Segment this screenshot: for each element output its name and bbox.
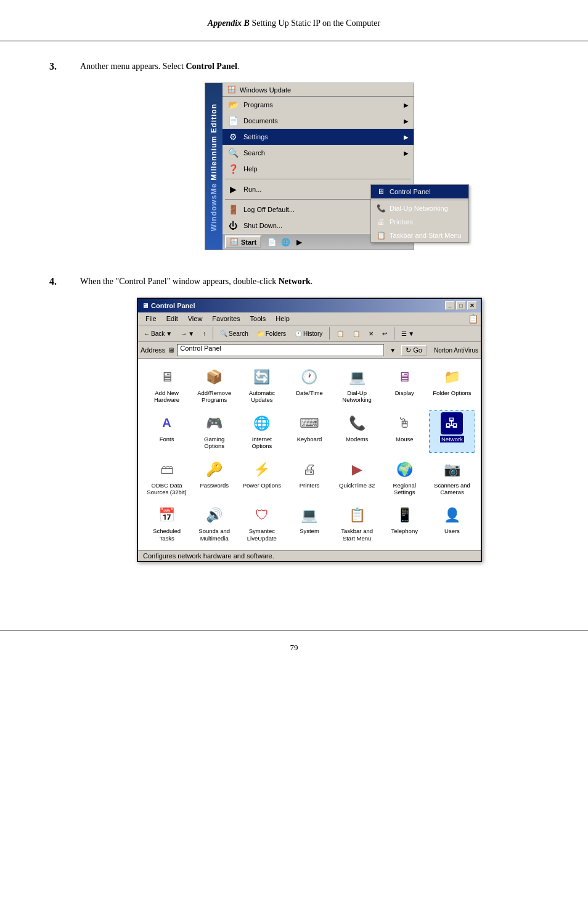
forward-button[interactable]: → ▼ — [178, 328, 197, 339]
menu-item-programs[interactable]: 📂 Programs ▶ — [223, 97, 414, 113]
taskbar-sm-cp-icon: 📋 — [347, 505, 367, 525]
taskbar-icons: 📄 🌐 ▶ — [266, 237, 304, 248]
cp-item-addremove[interactable]: 📦 Add/RemovePrograms — [192, 365, 237, 406]
cp-item-users[interactable]: 👤 Users — [430, 503, 475, 544]
step-4-number: 4. — [49, 275, 68, 287]
appendix-label: Appendix B — [208, 18, 250, 28]
control-panel-item[interactable]: 🖥 Control Panel — [371, 185, 468, 198]
start-menu-main: 🪟 Windows Update 📂 Programs ▶ 📄 — [223, 83, 414, 250]
menu-item-documents[interactable]: 📄 Documents ▶ — [223, 113, 414, 129]
cp-item-sounds[interactable]: 🔊 Sounds andMultimedia — [192, 503, 237, 544]
cp-item-printers[interactable]: 🖨 Printers — [287, 457, 332, 499]
search-button[interactable]: 🔍 Search — [217, 328, 251, 339]
cp-item-dialup[interactable]: 💻 Dial-UpNetworking — [335, 365, 380, 406]
cp-item-telephony[interactable]: 📱 Telephony — [382, 503, 427, 544]
fonts-label: Fonts — [160, 436, 174, 442]
step-4-body: When the "Control Panel" window appears,… — [80, 275, 539, 568]
control-panel-screenshot-container: 🖥 Control Panel _ □ ✕ File Edit Vie — [80, 298, 539, 562]
gaming-label: GamingOptions — [204, 436, 224, 450]
up-button[interactable]: ↑ — [200, 328, 209, 339]
odbc-label: ODBC DataSources (32bit) — [147, 482, 186, 496]
folders-icon: 📁 — [257, 330, 264, 337]
go-button[interactable]: ↻ Go — [401, 345, 427, 356]
cp-item-symantec[interactable]: 🛡 SymantecLiveUpdate — [239, 503, 284, 544]
scanners-icon: 📷 — [442, 460, 462, 479]
addremove-label: Add/RemovePrograms — [197, 389, 231, 404]
back-button[interactable]: ← Back ▼ — [141, 328, 175, 339]
go-icon: ↻ — [406, 346, 411, 354]
windows-update-icon: 🪟 — [227, 86, 236, 94]
menu-help[interactable]: Help — [271, 314, 295, 324]
quicktime-icon: ▶ — [347, 460, 367, 479]
cp-item-display[interactable]: 🖥 Display — [382, 365, 427, 406]
folders-button[interactable]: 📁 Folders — [254, 328, 289, 339]
menu-item-search[interactable]: 🔍 Search ▶ — [223, 145, 414, 161]
address-input[interactable]: Control Panel — [177, 344, 384, 356]
printers-item[interactable]: 🖨 Printers — [371, 215, 468, 229]
history-button[interactable]: 🕐 History — [292, 328, 325, 339]
taskbar-sm-icon: 📋 — [376, 230, 386, 240]
control-panel-window: 🖥 Control Panel _ □ ✕ File Edit Vie — [137, 298, 482, 562]
cp-item-internet[interactable]: 🌐 InternetOptions — [239, 411, 284, 452]
taskbar-start-item[interactable]: 📋 Taskbar and Start Menu — [371, 229, 468, 242]
cp-item-autoupdate[interactable]: 🔄 AutomaticUpdates — [239, 365, 284, 406]
cp-item-modems[interactable]: 📞 Modems — [335, 411, 380, 452]
copy-button[interactable]: 📋 — [333, 328, 347, 339]
menu-favorites[interactable]: Favorites — [207, 314, 245, 324]
views-button[interactable]: ☰ ▼ — [398, 328, 417, 339]
windows-update-item[interactable]: 🪟 Windows Update — [223, 83, 414, 97]
cp-item-passwords[interactable]: 🔑 Passwords — [192, 457, 237, 499]
sounds-icon: 🔊 — [205, 505, 224, 525]
maximize-button[interactable]: □ — [456, 301, 466, 310]
cp-item-quicktime[interactable]: ▶ QuickTime 32 — [335, 457, 380, 499]
search-tb-icon: 🔍 — [220, 330, 227, 337]
mouse-icon: 🖱 — [394, 414, 414, 433]
cp-item-gaming[interactable]: 🎮 GamingOptions — [192, 411, 237, 452]
windows-update-label: Windows Update — [240, 86, 291, 94]
undo-button[interactable]: ↩ — [379, 328, 390, 339]
add-hardware-icon: 🖥 — [157, 367, 177, 387]
menu-item-help[interactable]: ❓ Help — [223, 161, 414, 177]
cp-item-fonts[interactable]: A Fonts — [144, 411, 189, 452]
search-arrow: ▶ — [404, 150, 409, 157]
documents-arrow: ▶ — [404, 118, 409, 124]
menu-edit[interactable]: Edit — [161, 314, 183, 324]
documents-icon: 📄 — [227, 115, 239, 126]
paste-button[interactable]: 📋 — [349, 328, 363, 339]
delete-icon: ✕ — [369, 330, 374, 337]
cp-item-keyboard[interactable]: ⌨ Keyboard — [287, 411, 332, 452]
dialup-networking-item[interactable]: 📞 Dial-Up Networking — [371, 202, 468, 215]
cp-item-odbc[interactable]: 🗃 ODBC DataSources (32bit) — [144, 457, 189, 499]
minimize-button[interactable]: _ — [445, 301, 455, 310]
cp-item-scheduled[interactable]: 📅 ScheduledTasks — [144, 503, 189, 544]
cp-item-folder-options[interactable]: 📁 Folder Options — [430, 365, 475, 406]
address-arrow[interactable]: ▼ — [386, 345, 399, 356]
cp-item-taskbar-sm[interactable]: 📋 Taskbar andStart Menu — [335, 503, 380, 544]
cp-item-regional[interactable]: 🌍 RegionalSettings — [382, 457, 427, 499]
history-label: History — [303, 330, 322, 337]
cp-item-datetime[interactable]: 🕐 Date/Time — [287, 365, 332, 406]
run-icon: ▶ — [227, 184, 239, 195]
views-arrow: ▼ — [408, 330, 414, 337]
page-header: Appendix B Setting Up Static IP on the C… — [0, 0, 588, 41]
quicktime-label: QuickTime 32 — [339, 482, 375, 489]
delete-button[interactable]: ✕ — [365, 328, 377, 339]
cp-item-system[interactable]: 💻 System — [287, 503, 332, 544]
menu-file[interactable]: File — [141, 314, 161, 324]
control-panel-label: Control Panel — [390, 188, 431, 195]
page-footer: 79 — [0, 630, 588, 665]
menu-item-settings[interactable]: ⚙ Settings ▶ 🖥 Control Panel — [223, 129, 414, 145]
cp-title-icon: 🖥 — [142, 302, 149, 309]
cp-item-power[interactable]: ⚡ Power Options — [239, 457, 284, 499]
system-icon: 💻 — [300, 505, 319, 525]
cp-item-mouse[interactable]: 🖱 Mouse — [382, 411, 427, 452]
start-button[interactable]: 🪟 Start — [225, 235, 261, 248]
menu-view[interactable]: View — [183, 314, 208, 324]
cp-item-scanners[interactable]: 📷 Scanners andCameras — [430, 457, 475, 499]
cp-item-network[interactable]: 🖧 Network — [430, 411, 475, 452]
taskbar-sm-cp-label: Taskbar andStart Menu — [341, 528, 373, 542]
cp-item-add-hardware[interactable]: 🖥 Add NewHardware — [144, 365, 189, 406]
menu-tools[interactable]: Tools — [245, 314, 271, 324]
forward-arrow: ▼ — [188, 330, 194, 337]
close-button[interactable]: ✕ — [467, 301, 477, 310]
